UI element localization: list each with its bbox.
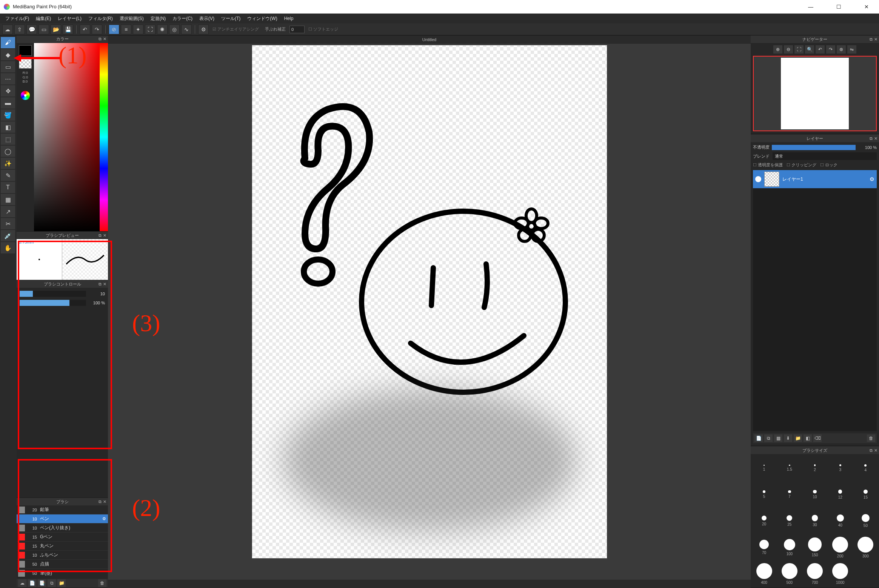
eraser-tool[interactable]: ◆ [1,49,15,60]
brush-size-cell[interactable]: 12 [829,483,851,506]
brush-list-item[interactable]: 20 鉛筆 [17,505,108,514]
popout-icon[interactable]: ⧉ [870,448,873,453]
flip-button[interactable]: ⇋ [847,45,856,54]
brush-size-cell[interactable]: 50 [854,509,877,533]
brush-size-cell[interactable]: 2 [804,456,826,480]
clipping-checkbox[interactable]: クリッピング [787,162,816,168]
layer-dup-button[interactable]: ⧉ [764,434,773,442]
document-tab[interactable]: Untitled [422,37,436,42]
zoom-in-button[interactable]: ⊕ [773,45,782,54]
brush-size-cell[interactable]: 3 [829,456,851,480]
popout-icon[interactable]: ⧉ [99,233,102,238]
background-color-swatch[interactable] [19,58,32,69]
rotate-reset-button[interactable]: ⊛ [837,45,846,54]
menu-view[interactable]: 表示(V) [196,14,217,23]
popout-icon[interactable]: ⧉ [99,282,102,287]
layer-div-button[interactable]: ▦ [774,434,782,442]
color-field[interactable] [34,43,100,231]
select-lasso-tool[interactable]: ◯ [1,146,15,157]
brush-size-cell[interactable]: 10 [804,483,826,506]
hand-tool[interactable]: ✋ [1,242,15,253]
brush-size-cell[interactable]: 200 [829,536,851,559]
brush-size-cell[interactable]: 25 [778,509,800,533]
antialias-checkbox[interactable]: ☑ アンチエイリアシング [212,26,259,32]
hue-slider[interactable] [100,43,108,231]
layer-clear-button[interactable]: ⌫ [813,434,822,442]
menu-edit[interactable]: 編集(E) [33,14,54,23]
layer-opacity-slider[interactable] [772,145,856,150]
layer-new-button[interactable]: 📄 [754,434,763,442]
eyedropper-tool[interactable]: 💉 [1,230,15,241]
brush-size-cell[interactable]: 15 [854,483,877,506]
zoom-out-button[interactable]: ⊖ [784,45,793,54]
fit-button[interactable]: ⛶ [794,45,804,54]
brush-size-cell[interactable]: 5 [753,483,775,506]
brush-size-cell[interactable]: 150 [804,536,826,559]
brush-size-cell[interactable]: 700 [804,562,826,585]
brush-size-slider[interactable] [20,291,86,297]
protect-alpha-checkbox[interactable]: 透明度を保護 [753,162,783,168]
chat-button[interactable]: 💬 [26,25,37,34]
brush-add2-button[interactable]: 📑 [38,579,46,587]
brush-add-button[interactable]: 📄 [28,579,36,587]
menu-file[interactable]: ファイル(F) [2,14,32,23]
close-panel-icon[interactable]: ✕ [103,282,106,287]
maximize-button[interactable]: ☐ [830,2,847,12]
cloud-button[interactable]: ☁ [2,25,13,34]
close-panel-icon[interactable]: ✕ [874,448,877,453]
brush-list-item[interactable]: 50 点描 [17,560,108,569]
brush-size-cell[interactable]: 1 [753,456,775,480]
canvas[interactable] [252,45,607,558]
text-tool[interactable]: T [1,182,15,193]
palette-icon[interactable] [21,91,30,100]
close-panel-icon[interactable]: ✕ [874,136,877,141]
divide-tool[interactable]: ✂ [1,218,15,229]
new-button[interactable]: ▭ [38,25,49,34]
navigator-preview[interactable] [753,56,877,131]
brush-cloud-button[interactable]: ☁ [18,579,26,587]
brush-list-item[interactable]: 15 Gペン [17,533,108,542]
menu-window[interactable]: ウィンドウ(W) [244,14,280,23]
layer-gear-icon[interactable]: ⚙ [870,176,874,182]
brush-opacity-slider[interactable] [20,300,86,306]
close-panel-icon[interactable]: ✕ [103,37,106,41]
snap-off-button[interactable]: ⊘ [109,25,119,34]
brush-size-cell[interactable]: 20 [753,509,775,533]
popout-icon[interactable]: ⧉ [870,37,873,42]
shape-tool[interactable]: ▭ [1,61,15,72]
brush-list-item[interactable]: 10 ペン ⚙ [17,514,108,524]
brush-size-cell[interactable]: 40 [829,509,851,533]
redo-button[interactable]: ↷ [92,25,102,34]
open-button[interactable]: 📂 [51,25,61,34]
brush-size-cell[interactable]: 400 [753,562,775,585]
gradient-tool[interactable]: ◧ [1,121,15,133]
snap-circle-button[interactable]: ◎ [169,25,180,34]
operation-tool[interactable]: ↗ [1,206,15,217]
popout-icon[interactable]: ⧉ [99,37,102,41]
menu-ruler[interactable]: 定規(N) [148,14,169,23]
layer-folder-button[interactable]: 📁 [794,434,802,442]
dot-tool[interactable]: ⋯ [1,73,15,84]
menu-tool[interactable]: ツール(T) [218,14,243,23]
brush-size-cell[interactable]: 500 [778,562,800,585]
close-panel-icon[interactable]: ✕ [874,37,877,42]
fill-tool[interactable]: ▬ [1,97,15,109]
snap-cross-button[interactable]: ✦ [133,25,143,34]
brush-size-cell[interactable]: 100 [778,536,800,559]
snap-vanishing-button[interactable]: ⛶ [145,25,155,34]
popout-icon[interactable]: ⧉ [99,499,102,504]
menu-filter[interactable]: フィルタ(R) [85,14,116,23]
save-button[interactable]: 💾 [63,25,73,34]
brush-list-item[interactable]: 10 ふちペン [17,551,108,560]
rotate-ccw-button[interactable]: ↶ [816,45,825,54]
snap-parallel-button[interactable]: ≡ [121,25,131,34]
select-pen-tool[interactable]: ✎ [1,170,15,181]
brush-size-cell[interactable]: 7 [778,483,800,506]
blend-mode-select[interactable]: 通常 [773,152,877,160]
brush-list-item[interactable]: 15 丸ペン [17,542,108,551]
brush-size-cell[interactable]: 300 [854,536,877,559]
snap-curve-button[interactable]: ∿ [181,25,192,34]
panel-tool[interactable]: ▦ [1,194,15,205]
brush-dup-button[interactable]: ⧉ [48,579,56,587]
select-wand-tool[interactable]: ✨ [1,158,15,169]
